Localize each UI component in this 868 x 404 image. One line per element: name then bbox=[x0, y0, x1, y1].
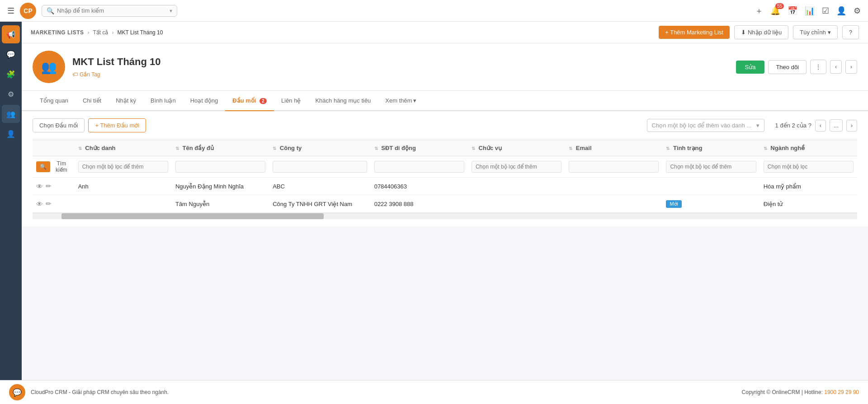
tab-contact[interactable]: Liên hệ bbox=[274, 91, 308, 111]
calendar-icon[interactable]: 📅 bbox=[788, 6, 797, 16]
help-button[interactable]: ? bbox=[842, 25, 859, 39]
add-lead-button[interactable]: + Thêm Đầu mới bbox=[88, 118, 146, 132]
breadcrumb-root[interactable]: MARKETING LISTS bbox=[31, 29, 84, 36]
row1-actions-cell: 👁 ✏ bbox=[33, 178, 75, 195]
prev-record-button[interactable]: ‹ bbox=[830, 60, 842, 74]
add-marketing-list-button[interactable]: + Thêm Marketing List bbox=[659, 26, 730, 39]
add-icon[interactable]: ＋ bbox=[755, 5, 763, 16]
tab-comment[interactable]: Bình luận bbox=[143, 91, 183, 111]
search-bar[interactable]: 🔍 ▾ bbox=[42, 5, 177, 17]
row1-edit-icon[interactable]: ✏ bbox=[46, 182, 52, 190]
row1-chuc-danh: Anh bbox=[75, 178, 172, 195]
import-icon: ⬇ bbox=[741, 29, 746, 36]
col-chuc-vu-header[interactable]: ⇅ Chức vụ bbox=[468, 140, 565, 156]
search-filter-button[interactable]: 🔍 bbox=[36, 161, 50, 172]
tabs-bar: Tổng quan Chi tiết Nhật ký Bình luận Hoạ… bbox=[22, 91, 868, 111]
import-data-button[interactable]: ⬇ Nhập dữ liệu bbox=[734, 25, 788, 39]
search-text-button[interactable]: Tìm kiếm bbox=[52, 158, 71, 175]
col-cong-ty-header[interactable]: ⇅ Công ty bbox=[269, 140, 370, 156]
dashboard-icon[interactable]: 📊 bbox=[805, 6, 815, 16]
next-record-button[interactable]: › bbox=[845, 60, 857, 74]
sidebar-item-chat[interactable]: 💬 bbox=[2, 45, 20, 63]
more-pages-button[interactable]: ... bbox=[830, 119, 843, 132]
more-options-button[interactable]: ⋮ bbox=[810, 60, 826, 74]
filter-nganh-nghe-input[interactable] bbox=[764, 161, 854, 173]
select-lead-button[interactable]: Chọn Đầu mối bbox=[33, 118, 85, 132]
top-navigation: ☰ CP 🔍 ▾ ＋ 🔔 55 📅 📊 ☑ 👤 ⚙ bbox=[0, 0, 868, 22]
filter-chuc-danh-cell bbox=[75, 156, 172, 178]
tab-detail[interactable]: Chi tiết bbox=[75, 91, 108, 111]
row2-edit-icon[interactable]: ✏ bbox=[46, 200, 52, 208]
row2-ten: Tâm Nguyễn bbox=[172, 195, 269, 213]
tab-overview[interactable]: Tổng quan bbox=[33, 91, 75, 111]
settings-icon[interactable]: ⚙ bbox=[854, 6, 861, 16]
filter-tinh-trang-input[interactable] bbox=[666, 161, 756, 173]
filter-ten-cell bbox=[172, 156, 269, 178]
nav-right: ＋ 🔔 55 📅 📊 ☑ 👤 ⚙ bbox=[755, 5, 861, 16]
filter-sdt-cell bbox=[371, 156, 468, 178]
tag-link[interactable]: 🏷 Gắn Tag bbox=[72, 71, 729, 78]
footer-hotline[interactable]: 1900 29 29 90 bbox=[824, 389, 859, 395]
pagination-text: 1 đến 2 của ? bbox=[775, 122, 811, 129]
col-nganh-nghe-header[interactable]: ⇅ Ngành nghề bbox=[760, 140, 857, 156]
sidebar-item-tools[interactable]: ⚙ bbox=[2, 85, 20, 103]
search-dropdown-icon[interactable]: ▾ bbox=[170, 8, 172, 14]
col-chuc-danh-header[interactable]: ⇅ Chức danh bbox=[75, 140, 172, 156]
filter-ten-input[interactable] bbox=[175, 161, 265, 173]
tab-journal[interactable]: Nhật ký bbox=[108, 91, 143, 111]
filter-sdt-input[interactable] bbox=[374, 161, 464, 173]
row1-view-icon[interactable]: 👁 bbox=[36, 183, 43, 190]
next-page-button[interactable]: › bbox=[846, 120, 857, 132]
horizontal-scrollbar[interactable] bbox=[33, 213, 857, 219]
breadcrumb-current: MKT List Tháng 10 bbox=[118, 29, 163, 36]
tab-target[interactable]: Khách hàng mục tiêu bbox=[308, 91, 378, 111]
edit-button[interactable]: Sửa bbox=[736, 61, 765, 74]
sidebar-item-people[interactable]: 👥 bbox=[2, 105, 20, 123]
filter-actions-cell: 🔍 Tìm kiếm bbox=[33, 156, 75, 178]
breadcrumb-all[interactable]: Tất cả bbox=[93, 29, 108, 36]
tasks-icon[interactable]: ☑ bbox=[822, 6, 829, 16]
filter-chuc-vu-input[interactable] bbox=[472, 161, 561, 173]
row2-chuc-danh bbox=[75, 195, 172, 213]
customize-button[interactable]: Tùy chỉnh ▾ bbox=[793, 25, 837, 39]
col-email-header[interactable]: ⇅ Email bbox=[565, 140, 662, 156]
scroll-thumb[interactable] bbox=[61, 213, 324, 219]
row2-cong-ty: Công Ty TNHH GRT Việt Nam bbox=[269, 195, 370, 213]
row1-cong-ty: ABC bbox=[269, 178, 370, 195]
sidebar-item-megaphone[interactable]: 📢 bbox=[2, 25, 20, 43]
row1-ten: Nguyễn Đặng Minh Nghĩa bbox=[172, 178, 269, 195]
table-toolbar: Chọn Đầu mối + Thêm Đầu mới Chọn một bộ … bbox=[33, 118, 857, 132]
notification-icon[interactable]: 🔔 55 bbox=[770, 6, 780, 16]
tab-more[interactable]: Xem thêm ▾ bbox=[378, 91, 423, 111]
logo[interactable]: CP bbox=[20, 3, 36, 19]
breadcrumb-actions: + Thêm Marketing List ⬇ Nhập dữ liệu Tùy… bbox=[659, 25, 859, 39]
tab-activity[interactable]: Hoạt động bbox=[183, 91, 226, 111]
chat-button[interactable]: 💬 bbox=[9, 384, 25, 400]
row2-sdt: 0222 3908 888 bbox=[371, 195, 468, 213]
col-tinh-trang-header[interactable]: ⇅ Tình trạng bbox=[662, 140, 760, 156]
record-header: 👥 MKT List Tháng 10 🏷 Gắn Tag Sửa Theo d… bbox=[22, 43, 868, 91]
follow-button[interactable]: Theo dõi bbox=[768, 60, 807, 74]
col-ten-header[interactable]: ⇅ Tên đầy đủ bbox=[172, 140, 269, 156]
filter-select[interactable]: Chọn một bộ lọc để thêm vào danh ... ▾ bbox=[647, 119, 764, 132]
breadcrumb-sep1: › bbox=[88, 29, 90, 36]
sidebar-item-puzzle[interactable]: 🧩 bbox=[2, 65, 20, 83]
user-icon[interactable]: 👤 bbox=[836, 6, 846, 16]
col-sdt-header[interactable]: ⇅ SĐT di động bbox=[371, 140, 468, 156]
tag-icon: 🏷 bbox=[72, 71, 78, 78]
pagination: 1 đến 2 của ? ‹ ... › bbox=[775, 119, 857, 132]
search-input[interactable] bbox=[57, 7, 156, 14]
hamburger-icon[interactable]: ☰ bbox=[7, 6, 14, 16]
row2-email bbox=[565, 195, 662, 213]
filter-cong-ty-input[interactable] bbox=[273, 161, 367, 173]
filter-nganh-nghe-cell bbox=[760, 156, 857, 178]
layout: 📢 💬 🧩 ⚙ 👥 👤 MARKETING LISTS › Tất cả › M… bbox=[0, 22, 868, 404]
tab-lead[interactable]: Đầu mối 2 bbox=[225, 91, 274, 111]
row2-view-icon[interactable]: 👁 bbox=[36, 200, 43, 208]
sidebar-item-person[interactable]: 👤 bbox=[2, 125, 20, 143]
filter-chuc-danh-input[interactable] bbox=[78, 161, 168, 173]
filter-email-input[interactable] bbox=[569, 161, 659, 173]
row1-tinh-trang bbox=[662, 178, 760, 195]
prev-page-button[interactable]: ‹ bbox=[815, 120, 826, 132]
footer-copyright: Copyright © OnlineCRM | Hotline: 1900 29… bbox=[742, 389, 859, 395]
